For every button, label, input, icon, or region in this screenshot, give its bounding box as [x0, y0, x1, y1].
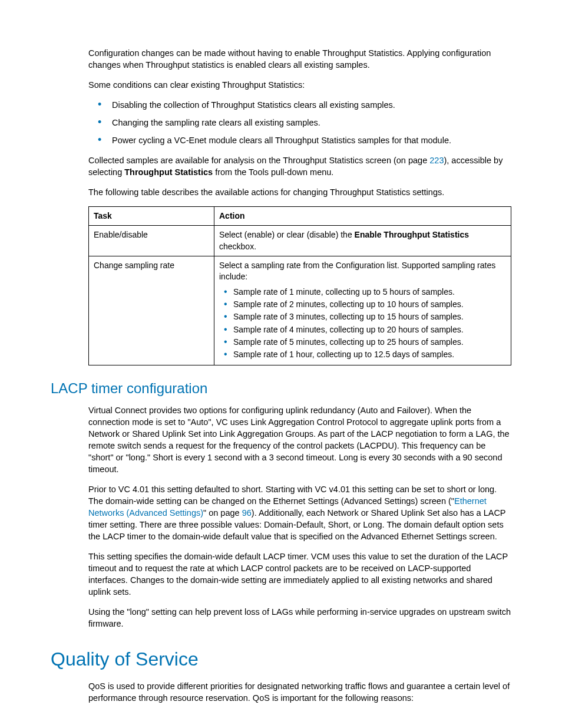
page-xref-link[interactable]: 96	[242, 508, 252, 518]
bold-text: Throughput Statistics	[124, 167, 213, 177]
text-run: Select (enable) or clear (disable) the	[219, 230, 355, 239]
paragraph: Virtual Connect provides two options for…	[88, 404, 511, 475]
table-header-task: Task	[89, 207, 214, 226]
paragraph: This setting specifies the domain-wide d…	[88, 551, 511, 598]
paragraph: Configuration changes can be made withou…	[88, 47, 511, 71]
page: Configuration changes can be made withou…	[0, 0, 562, 728]
paragraph: Prior to VC 4.01 this setting defaulted …	[88, 483, 511, 542]
qos-section: QoS is used to provide different priorit…	[88, 680, 511, 704]
table-cell-action: Select (enable) or clear (disable) the E…	[214, 226, 511, 256]
text-run: Select a sampling rate from the Configur…	[219, 261, 495, 281]
table-cell-task: Enable/disable	[89, 226, 214, 256]
table-header-row: Task Action	[89, 207, 511, 226]
paragraph: The following table describes the availa…	[88, 186, 511, 198]
list-item: Sample rate of 3 minutes, collecting up …	[219, 311, 506, 322]
paragraph: QoS is used to provide different priorit…	[88, 680, 511, 704]
sampling-rate-list: Sample rate of 1 minute, collecting up t…	[219, 286, 506, 361]
table-row: Change sampling rate Select a sampling r…	[89, 256, 511, 365]
lacp-heading: LACP timer configuration	[51, 378, 511, 398]
bold-text: Enable Throughput Statistics	[355, 230, 469, 239]
conditions-list: Disabling the collection of Throughput S…	[88, 99, 511, 146]
paragraph: Using the "long" setting can help preven…	[88, 606, 511, 630]
paragraph: Collected samples are available for anal…	[88, 154, 511, 178]
list-item: Changing the sampling rate clears all ex…	[88, 117, 511, 129]
list-item: Power cycling a VC-Enet module clears al…	[88, 134, 511, 146]
list-item: Disabling the collection of Throughput S…	[88, 99, 511, 111]
table-cell-task: Change sampling rate	[89, 256, 214, 365]
paragraph: Some conditions can clear existing Throu…	[88, 79, 511, 91]
text-run: " on page	[203, 508, 242, 518]
text-run: checkbox.	[219, 242, 256, 251]
list-item: Sample rate of 1 hour, collecting up to …	[219, 349, 506, 360]
table-row: Enable/disable Select (enable) or clear …	[89, 226, 511, 256]
page-xref-link[interactable]: 223	[429, 156, 444, 165]
throughput-stats-section: Configuration changes can be made withou…	[88, 47, 511, 365]
text-run: Prior to VC 4.01 this setting defaulted …	[88, 485, 497, 506]
qos-heading: Quality of Service	[51, 646, 511, 672]
list-item: Sample rate of 1 minute, collecting up t…	[219, 286, 506, 298]
actions-table: Task Action Enable/disable Select (enabl…	[88, 206, 511, 365]
text-run: Collected samples are available for anal…	[88, 156, 429, 165]
text-run: from the Tools pull-down menu.	[213, 167, 333, 177]
list-item: Sample rate of 2 minutes, collecting up …	[219, 299, 506, 310]
table-header-action: Action	[214, 207, 511, 226]
lacp-section: Virtual Connect provides two options for…	[88, 404, 511, 630]
table-cell-action: Select a sampling rate from the Configur…	[214, 256, 511, 365]
list-item: Sample rate of 5 minutes, collecting up …	[219, 337, 506, 348]
list-item: Sample rate of 4 minutes, collecting up …	[219, 324, 506, 335]
